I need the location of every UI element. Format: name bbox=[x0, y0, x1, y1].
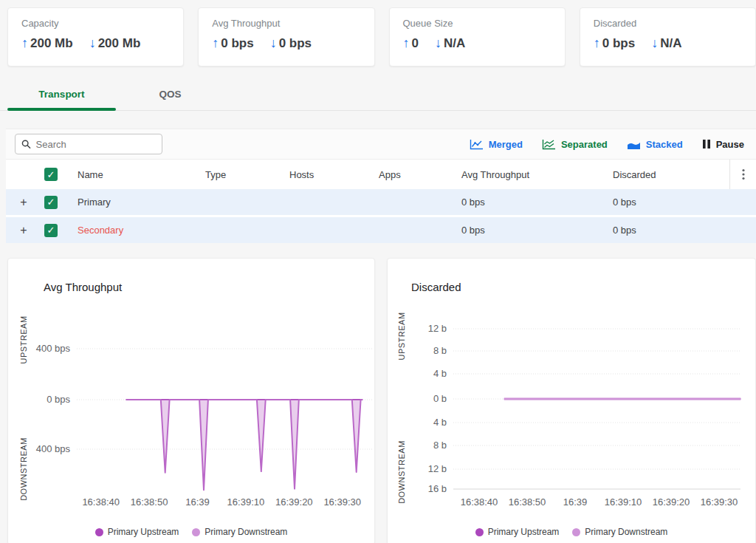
upstream-arrow-icon: ↑ bbox=[21, 35, 28, 51]
stat-up-value: 200 Mb bbox=[30, 36, 73, 51]
svg-text:16 b: 16 b bbox=[428, 483, 447, 494]
kebab-menu-icon bbox=[742, 168, 745, 180]
svg-text:16:39: 16:39 bbox=[185, 496, 210, 508]
legend-dot bbox=[572, 528, 580, 536]
upstream-arrow-icon: ↑ bbox=[594, 35, 600, 51]
stat-down-value: 0 bps bbox=[279, 36, 312, 51]
svg-text:16:39: 16:39 bbox=[563, 496, 588, 508]
chart-legend: Primary Upstream Primary Downstream bbox=[8, 527, 374, 537]
legend-dot bbox=[192, 528, 200, 536]
tab-transport[interactable]: Transport bbox=[7, 78, 116, 110]
svg-text:16:39:10: 16:39:10 bbox=[227, 496, 265, 508]
button-label: Pause bbox=[716, 139, 744, 150]
transport-panel: Merged Separated Stacked bbox=[6, 129, 756, 243]
column-header-discarded: Discarded bbox=[603, 169, 729, 180]
discarded-chart-card: Discarded UPSTREAM DOWNSTREAM 12 b8 b4 b… bbox=[387, 258, 756, 543]
stats-row: Capacity ↑ 200 Mb ↓ 200 Mb Avg Throughpu… bbox=[0, 0, 756, 66]
tab-bar: Transport QOS bbox=[0, 78, 756, 111]
stat-card-queue-size: Queue Size ↑ 0 ↓ N/A bbox=[389, 7, 566, 66]
svg-text:400 bps: 400 bps bbox=[36, 443, 71, 454]
row-checkbox[interactable]: ✓ bbox=[44, 224, 58, 237]
wan-avg-throughput: 0 bps bbox=[452, 225, 603, 236]
table-header: ✓ Name Type Hosts Apps Avg Throughput Di… bbox=[6, 160, 756, 189]
table-toolbar: Merged Separated Stacked bbox=[6, 129, 756, 160]
column-header-apps: Apps bbox=[369, 169, 452, 180]
legend-item-primary-downstream[interactable]: Primary Downstream bbox=[572, 527, 667, 537]
legend-item-primary-downstream[interactable]: Primary Downstream bbox=[192, 527, 287, 537]
search-icon bbox=[21, 139, 31, 149]
stat-up-value: 0 bps bbox=[221, 36, 253, 51]
tab-label: Transport bbox=[38, 89, 84, 100]
svg-text:4 b: 4 b bbox=[433, 417, 447, 428]
stat-label: Queue Size bbox=[403, 18, 551, 29]
button-label: Separated bbox=[561, 139, 608, 150]
svg-text:0 b: 0 b bbox=[433, 393, 447, 404]
svg-text:16:39:10: 16:39:10 bbox=[605, 496, 642, 508]
stacked-view-button[interactable]: Stacked bbox=[627, 139, 683, 150]
legend-label: Primary Downstream bbox=[585, 527, 667, 537]
stacked-area-chart-icon bbox=[627, 139, 641, 150]
column-header-avg-throughput: Avg Throughput bbox=[452, 169, 603, 180]
legend-label: Primary Upstream bbox=[108, 527, 179, 537]
legend-dot bbox=[95, 528, 103, 536]
wan-discarded: 0 bps bbox=[603, 197, 729, 208]
svg-text:400 bps: 400 bps bbox=[36, 343, 71, 354]
svg-text:4 b: 4 b bbox=[433, 368, 447, 379]
legend-dot bbox=[475, 528, 484, 536]
expand-row-button[interactable]: + bbox=[13, 196, 34, 209]
row-checkbox[interactable]: ✓ bbox=[44, 196, 58, 209]
button-label: Stacked bbox=[646, 139, 683, 150]
stat-down-value: N/A bbox=[660, 36, 681, 51]
svg-text:16:39:30: 16:39:30 bbox=[701, 496, 738, 508]
stat-down-value: 200 Mb bbox=[98, 36, 141, 51]
merged-view-button[interactable]: Merged bbox=[470, 139, 523, 150]
button-label: Merged bbox=[489, 139, 523, 150]
svg-text:8 b: 8 b bbox=[433, 345, 447, 356]
svg-text:8 b: 8 b bbox=[433, 440, 447, 451]
svg-text:16:39:20: 16:39:20 bbox=[275, 496, 313, 508]
charts-row: Avg Throughput UPSTREAM DOWNSTREAM 400 b… bbox=[0, 243, 756, 543]
column-header-type: Type bbox=[196, 169, 280, 180]
search-box[interactable] bbox=[15, 134, 162, 154]
wan-discarded: 0 bps bbox=[603, 225, 729, 236]
table-row-primary[interactable]: + ✓ Primary 0 bps 0 bps bbox=[6, 189, 756, 215]
downstream-arrow-icon: ↓ bbox=[435, 35, 441, 51]
legend-label: Primary Upstream bbox=[488, 527, 560, 537]
table-row-secondary[interactable]: + ✓ Secondary 0 bps 0 bps bbox=[6, 217, 756, 243]
legend-label: Primary Downstream bbox=[205, 527, 287, 537]
table-menu-button[interactable] bbox=[729, 160, 756, 189]
merged-line-chart-icon bbox=[470, 139, 484, 150]
column-header-name: Name bbox=[68, 169, 196, 180]
avg-throughput-chart: 400 bps0 bps400 bps16:38:4016:38:5016:39… bbox=[8, 259, 374, 543]
svg-text:16:38:40: 16:38:40 bbox=[461, 496, 498, 508]
upstream-arrow-icon: ↑ bbox=[212, 35, 219, 51]
expand-row-button[interactable]: + bbox=[13, 224, 34, 237]
upstream-arrow-icon: ↑ bbox=[403, 35, 410, 51]
chart-legend: Primary Upstream Primary Downstream bbox=[388, 527, 755, 537]
discarded-chart: 12 b8 b4 b0 b4 b8 b12 b16 b16:38:4016:38… bbox=[388, 259, 755, 543]
stat-card-discarded: Discarded ↑ 0 bps ↓ N/A bbox=[580, 7, 756, 66]
legend-item-primary-upstream[interactable]: Primary Upstream bbox=[475, 527, 560, 537]
separated-lines-chart-icon bbox=[542, 139, 556, 150]
separated-view-button[interactable]: Separated bbox=[542, 139, 608, 150]
legend-item-primary-upstream[interactable]: Primary Upstream bbox=[95, 527, 179, 537]
pause-button[interactable]: Pause bbox=[702, 139, 744, 150]
tab-qos[interactable]: QOS bbox=[116, 78, 224, 110]
stat-card-avg-throughput: Avg Throughput ↑ 0 bps ↓ 0 bps bbox=[198, 7, 374, 66]
tab-label: QOS bbox=[159, 89, 181, 100]
svg-text:16:38:50: 16:38:50 bbox=[131, 496, 168, 508]
stat-card-capacity: Capacity ↑ 200 Mb ↓ 200 Mb bbox=[7, 7, 184, 66]
stat-label: Capacity bbox=[21, 18, 170, 29]
pause-icon bbox=[702, 139, 711, 149]
select-all-checkbox[interactable]: ✓ bbox=[44, 168, 58, 181]
svg-text:12 b: 12 b bbox=[428, 463, 447, 474]
stat-label: Discarded bbox=[594, 18, 742, 29]
svg-text:16:38:40: 16:38:40 bbox=[82, 496, 120, 508]
svg-text:0 bps: 0 bps bbox=[47, 394, 70, 405]
svg-text:16:39:30: 16:39:30 bbox=[323, 496, 361, 508]
chart-view-buttons: Merged Separated Stacked bbox=[470, 139, 744, 150]
column-header-hosts: Hosts bbox=[280, 169, 369, 180]
search-input[interactable] bbox=[36, 139, 157, 150]
stat-up-value: 0 bbox=[412, 36, 419, 51]
avg-throughput-chart-card: Avg Throughput UPSTREAM DOWNSTREAM 400 b… bbox=[7, 258, 375, 543]
